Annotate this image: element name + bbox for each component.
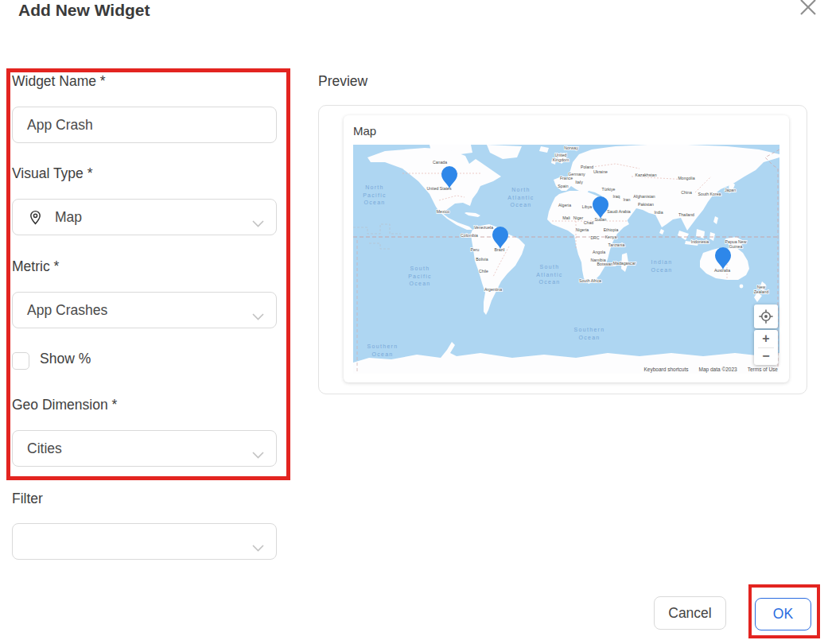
world-map[interactable]: NorthPacificOceanNorthAtlanticOceanSouth… xyxy=(353,145,779,374)
metric-label: Metric * xyxy=(12,258,59,275)
country-label: Thailand xyxy=(678,212,694,217)
country-label: Algeria xyxy=(558,203,571,208)
country-label: Colombia xyxy=(461,233,478,238)
country-label: Venezuela xyxy=(474,225,493,230)
country-label: Türkiye xyxy=(601,187,615,192)
country-label: China xyxy=(681,190,692,195)
metric-select[interactable]: App Crashes xyxy=(12,292,277,328)
country-label: Australia xyxy=(714,268,730,273)
country-label: Libya xyxy=(582,204,593,209)
country-label: Poland xyxy=(581,165,593,169)
filter-label: Filter xyxy=(12,491,43,507)
map-attribution: Keyboard shortcuts Map data ©2023 Terms … xyxy=(353,367,779,372)
my-location-icon xyxy=(759,309,773,324)
country-label: Chile xyxy=(479,269,488,274)
show-percent-label: Show % xyxy=(40,351,91,367)
chevron-down-icon xyxy=(252,446,264,463)
ocean-label: NorthPacificOcean xyxy=(363,184,387,205)
country-label: Mali xyxy=(562,215,570,220)
country-label: Japan xyxy=(725,188,736,192)
country-label: Norway xyxy=(564,145,578,150)
country-label: Chad xyxy=(584,220,594,225)
country-label: Pakistan xyxy=(638,202,654,207)
preview-title: Preview xyxy=(318,73,367,90)
country-label: Italy xyxy=(575,180,583,184)
country-label: Spain xyxy=(558,184,568,188)
country-label: Kazakhstan xyxy=(635,173,656,177)
country-label: Nigeria xyxy=(576,227,589,232)
country-label: Peru xyxy=(471,247,480,252)
map-data-copyright: Map data ©2023 xyxy=(699,367,737,372)
cancel-button[interactable]: Cancel xyxy=(654,596,726,630)
visual-type-label: Visual Type * xyxy=(12,165,93,182)
country-label: Angola xyxy=(593,250,605,254)
chevron-down-icon xyxy=(252,539,264,556)
geo-dimension-select[interactable]: Cities xyxy=(12,430,277,467)
country-label: France xyxy=(560,176,573,180)
country-label: Iran xyxy=(624,197,631,202)
country-label: South Korea xyxy=(698,192,721,196)
chevron-down-icon xyxy=(252,308,264,324)
zoom-in-button[interactable]: + xyxy=(754,330,778,347)
ok-button[interactable]: OK xyxy=(755,598,811,630)
country-label: Afghanistan xyxy=(633,194,655,199)
ocean-label: SouthAtlanticOcean xyxy=(536,264,562,285)
widget-name-input[interactable]: App Crash xyxy=(12,107,277,143)
country-label: Niger xyxy=(573,215,584,220)
country-label: UnitedKingdom xyxy=(553,153,569,162)
country-label: Bolivia xyxy=(476,257,488,262)
country-label: Brazil xyxy=(495,247,505,252)
geo-dimension-value: Cities xyxy=(27,440,62,457)
country-label: India xyxy=(654,210,663,215)
widget-name-value: App Crash xyxy=(27,117,93,134)
visual-type-value: Map xyxy=(55,209,82,226)
map-widget-title: Map xyxy=(353,124,376,138)
map-zoom-control: + − xyxy=(754,330,778,365)
country-label: Madagascar xyxy=(613,261,636,266)
country-label: Indonesia xyxy=(691,239,709,244)
terms-of-use-link[interactable]: Terms of Use xyxy=(748,367,778,372)
country-label: Canada xyxy=(433,160,447,165)
location-pin-icon xyxy=(27,209,44,226)
dialog-title: Add New Widget xyxy=(18,1,150,20)
zoom-out-button[interactable]: − xyxy=(754,348,778,366)
country-label: South Africa xyxy=(579,278,601,283)
country-label: Saudi Arabia xyxy=(607,209,631,214)
geo-dimension-label: Geo Dimension * xyxy=(12,397,117,413)
ocean-label: SouthPacificOcean xyxy=(408,266,432,286)
keyboard-shortcuts-link[interactable]: Keyboard shortcuts xyxy=(644,367,689,372)
country-label: Tanzania xyxy=(608,242,625,247)
country-label: United States xyxy=(426,186,452,191)
chevron-down-icon xyxy=(252,215,264,231)
widget-name-label: Widget Name * xyxy=(12,73,106,90)
ocean-label: NorthAtlanticOcean xyxy=(507,187,534,208)
visual-type-select[interactable]: Map xyxy=(12,199,277,235)
metric-value: App Crashes xyxy=(27,302,107,319)
add-widget-dialog: Add New Widget Widget Name * App Crash V… xyxy=(0,0,828,644)
country-label: Argentina xyxy=(484,287,502,292)
filter-select[interactable] xyxy=(12,523,277,560)
close-icon[interactable] xyxy=(795,0,822,21)
country-label: DRC xyxy=(590,235,599,240)
country-label: Ukraine xyxy=(593,169,608,174)
country-label: Iraq xyxy=(613,194,620,199)
country-label: Ethiopia xyxy=(604,227,619,232)
country-label: Kenya xyxy=(605,235,617,239)
country-label: Mongolia xyxy=(678,176,694,180)
country-label: Mexico xyxy=(437,209,450,214)
show-percent-checkbox[interactable] xyxy=(12,352,29,370)
my-location-button[interactable] xyxy=(754,305,778,328)
